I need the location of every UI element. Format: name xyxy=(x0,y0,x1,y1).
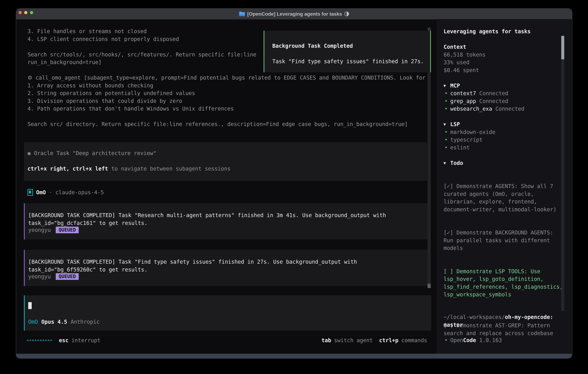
scrollback-line: run_in_background=true] xyxy=(28,58,102,66)
context-spent: $0.46 spent xyxy=(444,66,479,74)
titlebar-center: [OpenCode] Leveraging agents for tasks xyxy=(16,9,572,19)
chevron-down-icon: ▼ xyxy=(443,82,446,90)
record-icon: ◉ xyxy=(28,150,31,156)
mcp-status: Connected xyxy=(479,98,508,104)
message-meta: yeongyu QUEUED xyxy=(28,226,79,234)
queued-badge: QUEUED xyxy=(56,227,79,233)
hint-rest: to navigate between subagent sessions xyxy=(108,166,231,172)
version-number: 1.0.163 xyxy=(479,337,502,343)
message-line: [BACKGROUND TASK COMPLETED] Task "Find t… xyxy=(28,258,357,266)
main-scrollbar-thumb[interactable] xyxy=(428,284,431,288)
tool-call-text: call_omo_agent [subagent_type=explore, p… xyxy=(35,75,425,81)
message-user: yeongyu xyxy=(28,273,51,280)
input-agent: OmO xyxy=(28,319,38,325)
folder-icon xyxy=(239,11,245,16)
spinner-dot xyxy=(45,340,47,341)
background-task-message: [BACKGROUND TASK COMPLETED] Task "Resear… xyxy=(24,203,428,239)
mcp-status: Connected xyxy=(479,90,508,96)
prompt-input[interactable]: OmO Opus 4.5 Anthropic xyxy=(24,295,431,331)
lsp-name: eslint xyxy=(450,144,470,152)
background-task-message: [BACKGROUND TASK COMPLETED] Task "Find t… xyxy=(24,250,428,286)
text-cursor xyxy=(28,302,32,309)
queued-badge: QUEUED xyxy=(56,273,79,280)
oracle-task-title: ◉ Oracle Task "Deep architecture review" xyxy=(28,149,157,157)
scrollback-line: Search src/tools/, src/hooks/, src/featu… xyxy=(28,51,256,59)
spinner-dot xyxy=(32,340,34,341)
context-used: 33% used xyxy=(444,59,469,66)
spinner-dots xyxy=(27,340,52,341)
gear-icon: ⚙ xyxy=(28,75,32,81)
todo-item: [✓] Demonstrate AGENTS: Show all 7 curat… xyxy=(444,182,564,213)
window-title: [OpenCode] Leveraging agents for tasks xyxy=(247,11,342,17)
tool-call-line: ⚙ call_omo_agent [subagent_type=explore,… xyxy=(28,74,426,82)
tool-call-tail-line: Search src/ directory. Return specific f… xyxy=(28,120,408,128)
status-dot-icon: • xyxy=(444,144,448,152)
status-dot-icon: • xyxy=(444,136,448,144)
spinner-dot xyxy=(42,340,44,341)
spinner-dot xyxy=(27,340,29,341)
tool-call-list-line: 4. Path operations that don't handle Win… xyxy=(28,105,234,113)
todo-item: [✓] Demonstrate BACKGROUND AGENTS: Run p… xyxy=(444,229,564,252)
scrollback-line: 4. LSP client connections not properly d… xyxy=(28,35,179,43)
session-model: claude-opus-4-5 xyxy=(55,189,104,196)
commands-key-hint: ctrl+p xyxy=(379,337,399,343)
status-dot-icon: • xyxy=(444,90,448,97)
status-dot-icon: • xyxy=(444,97,448,105)
workspace-repo: oh-my-opencode: xyxy=(505,314,553,320)
mcp-status: Connected xyxy=(495,106,524,112)
half-circle-icon xyxy=(344,11,349,16)
context-heading: Context xyxy=(444,43,466,51)
session-separator: · xyxy=(49,189,52,196)
session-header: OmO · claude-opus-4-5 xyxy=(28,188,104,196)
spinner-dot xyxy=(50,340,52,341)
oracle-task-hint: ctrl+x right, ctrl+x left to navigate be… xyxy=(28,165,231,173)
esc-key-hint: esc xyxy=(59,337,69,343)
hint-keys: ctrl+x right, ctrl+x left xyxy=(28,166,108,172)
message-line: task_id="bg_dcfac161" to get results. xyxy=(28,219,147,227)
input-provider: Anthropic xyxy=(71,319,100,325)
lsp-name: typescript xyxy=(450,136,483,144)
message-line: task_id="bg_6f59260c" to get results. xyxy=(28,266,147,274)
status-dot-icon: • xyxy=(444,128,448,136)
sidebar-title: Leveraging agents for tasks xyxy=(444,28,531,35)
tab-key-hint: tab xyxy=(322,337,331,343)
spinner-dot xyxy=(37,340,39,341)
lsp-name: markdown-oxide xyxy=(450,128,495,136)
tool-call-list-line: 1. Array access without bounds checking xyxy=(28,82,153,90)
spinner-dot xyxy=(40,340,42,341)
mcp-name: context7 xyxy=(450,90,476,96)
toast-body: Task "Find type safety issues" finished … xyxy=(272,58,424,65)
toast-title: Background Task Completed xyxy=(272,42,353,50)
chevron-down-icon: ▼ xyxy=(443,120,446,128)
background-task-toast[interactable]: Background Task Completed Task "Find typ… xyxy=(264,31,431,72)
status-dot-icon: • xyxy=(444,336,448,344)
workspace-path: ~/local-workspaces/oh-my-opencode: xyxy=(444,313,553,321)
mcp-name: websearch_exa xyxy=(450,106,492,112)
commands-key-label: commands xyxy=(401,337,427,343)
tool-call-list-line: 3. Division operations that could divide… xyxy=(28,97,182,105)
status-bar: esc interrupt tab switch agent ctrl+p co… xyxy=(27,336,427,344)
agent-icon xyxy=(28,189,33,196)
message-user: yeongyu xyxy=(28,227,51,233)
spinner-dot xyxy=(30,340,31,341)
message-line: [BACKGROUND TASK COMPLETED] Task "Resear… xyxy=(28,211,386,219)
context-tokens: 66,518 tokens xyxy=(444,51,485,59)
tool-call-list-line: 2. String operations on potentially unde… xyxy=(28,89,195,97)
titlebar: [OpenCode] Leveraging agents for tasks xyxy=(16,9,572,20)
chevron-down-icon: ▼ xyxy=(443,159,446,167)
input-model: Opus 4.5 xyxy=(41,319,67,325)
sidebar-scrollbar-track[interactable] xyxy=(561,36,564,311)
sidebar-scrollbar-thumb[interactable] xyxy=(561,36,564,59)
tab-key-label: switch agent xyxy=(334,337,373,343)
terminal-window: [OpenCode] Leveraging agents for tasks 3… xyxy=(16,9,572,358)
mcp-name: grep_app xyxy=(450,98,476,104)
window-bottom-edge xyxy=(16,354,572,358)
message-meta: yeongyu QUEUED xyxy=(28,273,79,280)
status-dot-icon: • xyxy=(444,105,448,113)
sidebar: Leveraging agents for tasks Context 66,5… xyxy=(437,19,571,354)
todo-list: [✓] Demonstrate AGENTS: Show all 7 curat… xyxy=(444,167,564,358)
spinner-dot xyxy=(35,340,36,341)
oracle-task-panel: ◉ Oracle Task "Deep architecture review"… xyxy=(24,142,427,181)
input-footer: OmO Opus 4.5 Anthropic xyxy=(28,318,100,326)
workspace-branch: master xyxy=(444,321,463,329)
